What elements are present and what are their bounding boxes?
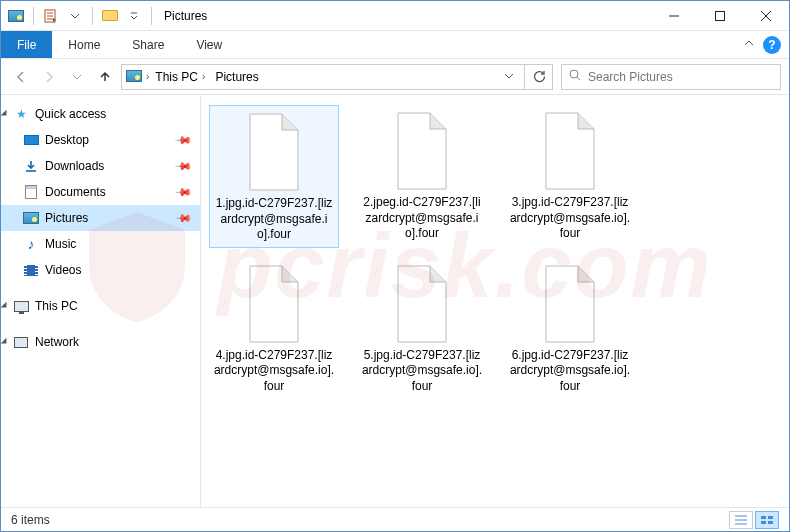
window-title: Pictures (164, 9, 207, 23)
downloads-icon (23, 159, 39, 173)
network-icon (13, 335, 29, 349)
file-item[interactable]: 2.jpeg.id-C279F237.[lizardcrypt@msgsafe.… (357, 105, 487, 248)
folder-icon[interactable] (99, 5, 121, 27)
file-icon (387, 262, 457, 346)
file-icon (239, 262, 309, 346)
network-group: Network (1, 329, 200, 355)
file-item[interactable]: 6.jpg.id-C279F237.[lizardcrypt@msgsafe.i… (505, 258, 635, 399)
videos-icon (23, 263, 39, 277)
sidebar-item-label: Documents (45, 185, 106, 199)
star-icon: ★ (13, 107, 29, 121)
sidebar-item-label: Pictures (45, 211, 88, 225)
file-item[interactable]: 5.jpg.id-C279F237.[lizardcrypt@msgsafe.i… (357, 258, 487, 399)
sidebar-quick-access[interactable]: ★ Quick access (1, 101, 200, 127)
ribbon: File Home Share View ? (1, 31, 789, 59)
breadcrumb-segment[interactable]: Pictures (211, 70, 262, 84)
quick-access-group: ★ Quick access Desktop📌Downloads📌Documen… (1, 101, 200, 283)
search-box[interactable]: Search Pictures (561, 64, 781, 90)
breadcrumb-segment[interactable]: This PC› (151, 70, 209, 84)
file-item[interactable]: 4.jpg.id-C279F237.[lizardcrypt@msgsafe.i… (209, 258, 339, 399)
up-button[interactable] (93, 65, 117, 89)
forward-button[interactable] (37, 65, 61, 89)
status-bar: 6 items (1, 507, 789, 531)
file-item[interactable]: 1.jpg.id-C279F237.[lizardcrypt@msgsafe.i… (209, 105, 339, 248)
sidebar-item-label: Desktop (45, 133, 89, 147)
tab-share[interactable]: Share (116, 31, 180, 58)
sidebar-item-desktop[interactable]: Desktop📌 (1, 127, 200, 153)
sidebar-item-videos[interactable]: Videos (1, 257, 200, 283)
sidebar-item-label: Downloads (45, 159, 104, 173)
file-name: 5.jpg.id-C279F237.[lizardcrypt@msgsafe.i… (361, 348, 483, 395)
help-icon[interactable]: ? (763, 36, 781, 54)
pin-icon: 📌 (173, 130, 192, 149)
divider (33, 7, 34, 25)
sidebar-item-music[interactable]: ♪Music (1, 231, 200, 257)
sidebar-item-documents[interactable]: Documents📌 (1, 179, 200, 205)
chevron-right-icon[interactable]: › (202, 71, 205, 82)
svg-rect-1 (716, 11, 725, 20)
search-icon (568, 68, 582, 85)
sidebar-item-label: Quick access (35, 107, 106, 121)
recent-locations-button[interactable] (65, 65, 89, 89)
qat-dropdown-icon[interactable] (64, 5, 86, 27)
title-bar: Pictures (1, 1, 789, 31)
tab-view[interactable]: View (180, 31, 238, 58)
divider (151, 7, 152, 25)
app-icon[interactable] (5, 5, 27, 27)
back-button[interactable] (9, 65, 33, 89)
close-button[interactable] (743, 1, 789, 31)
pin-icon: 📌 (173, 208, 192, 227)
svg-rect-6 (768, 521, 773, 524)
window-controls (651, 1, 789, 31)
music-icon: ♪ (23, 237, 39, 251)
svg-rect-4 (768, 516, 773, 519)
qat-dropdown-icon[interactable] (123, 5, 145, 27)
sidebar-this-pc[interactable]: This PC (1, 293, 200, 319)
file-name: 4.jpg.id-C279F237.[lizardcrypt@msgsafe.i… (213, 348, 335, 395)
svg-point-2 (570, 70, 578, 78)
navigation-pane[interactable]: ★ Quick access Desktop📌Downloads📌Documen… (1, 95, 201, 507)
quick-access-toolbar: Pictures (1, 5, 211, 27)
pictures-icon (126, 70, 144, 84)
ribbon-expand-icon[interactable] (743, 37, 755, 52)
breadcrumb-label: This PC (155, 70, 198, 84)
file-name: 3.jpg.id-C279F237.[lizardcrypt@msgsafe.i… (509, 195, 631, 242)
sidebar-item-label: Music (45, 237, 76, 251)
chevron-right-icon[interactable]: › (146, 71, 149, 82)
pc-icon (13, 299, 29, 313)
desktop-icon (23, 133, 39, 147)
pin-icon: 📌 (173, 156, 192, 175)
details-view-button[interactable] (729, 511, 753, 529)
large-icons-view-button[interactable] (755, 511, 779, 529)
search-placeholder: Search Pictures (588, 70, 673, 84)
body: ★ Quick access Desktop📌Downloads📌Documen… (1, 95, 789, 507)
breadcrumb-dropdown-icon[interactable] (498, 70, 520, 84)
file-name: 2.jpeg.id-C279F237.[lizardcrypt@msgsafe.… (361, 195, 483, 242)
file-list[interactable]: 1.jpg.id-C279F237.[lizardcrypt@msgsafe.i… (201, 95, 789, 507)
maximize-button[interactable] (697, 1, 743, 31)
sidebar-item-pictures[interactable]: Pictures📌 (1, 205, 200, 231)
this-pc-group: This PC (1, 293, 200, 319)
pictures-icon (23, 211, 39, 225)
file-item[interactable]: 3.jpg.id-C279F237.[lizardcrypt@msgsafe.i… (505, 105, 635, 248)
file-name: 6.jpg.id-C279F237.[lizardcrypt@msgsafe.i… (509, 348, 631, 395)
divider (92, 7, 93, 25)
minimize-button[interactable] (651, 1, 697, 31)
sidebar-item-label: This PC (35, 299, 78, 313)
documents-icon (23, 185, 39, 199)
refresh-button[interactable] (525, 64, 553, 90)
view-buttons (729, 511, 779, 529)
file-icon (535, 109, 605, 193)
svg-rect-5 (761, 521, 766, 524)
file-icon (387, 109, 457, 193)
svg-rect-3 (761, 516, 766, 519)
tab-home[interactable]: Home (52, 31, 116, 58)
status-text: 6 items (11, 513, 50, 527)
breadcrumb[interactable]: › This PC› Pictures (121, 64, 525, 90)
breadcrumb-label: Pictures (215, 70, 258, 84)
file-icon (535, 262, 605, 346)
sidebar-item-downloads[interactable]: Downloads📌 (1, 153, 200, 179)
sidebar-network[interactable]: Network (1, 329, 200, 355)
file-tab[interactable]: File (1, 31, 52, 58)
properties-icon[interactable] (40, 5, 62, 27)
